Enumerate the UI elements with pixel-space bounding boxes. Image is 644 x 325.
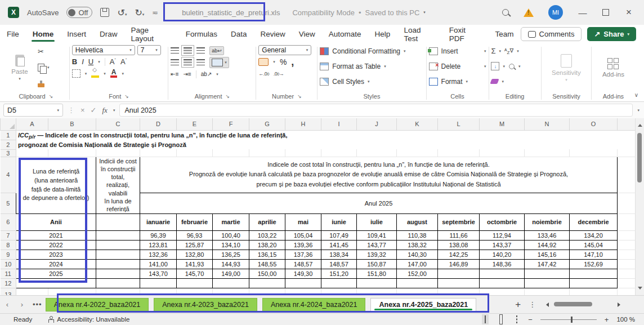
document-title[interactable]: buletin_statistic_de_preturi.xls (173, 5, 289, 21)
expand-formula-bar-icon[interactable]: ▾ (637, 108, 639, 113)
fill-color-icon[interactable] (91, 70, 99, 78)
tab-automate[interactable]: Automate (322, 26, 368, 42)
data-cell[interactable]: 112,94 (480, 230, 525, 240)
month-header[interactable]: decembrie (570, 213, 618, 230)
scroll-down-icon[interactable] (638, 287, 642, 292)
increase-decimal-icon[interactable]: ←.00 (258, 71, 269, 77)
page-break-view-button[interactable] (513, 314, 520, 324)
cell[interactable] (438, 278, 480, 288)
data-cell[interactable]: 96,93 (177, 230, 213, 240)
data-cell[interactable]: 150,87 (357, 259, 397, 269)
data-cell[interactable] (525, 269, 570, 278)
column-header-g[interactable]: G (249, 118, 285, 130)
increase-font-icon[interactable]: Aˆ (110, 57, 116, 66)
data-cell[interactable]: 141,45 (321, 240, 357, 250)
data-cell[interactable]: 105,04 (285, 230, 321, 240)
cell[interactable] (397, 278, 438, 288)
data-cell[interactable]: 148,36 (480, 259, 525, 269)
data-cell[interactable]: 152,00 (397, 269, 438, 278)
cell-styles-button[interactable]: Cell Styles▾ (320, 75, 423, 87)
tab-insert[interactable]: Insert (60, 26, 93, 42)
column-header-j[interactable]: J (357, 118, 397, 130)
select-all-corner[interactable] (1, 118, 16, 130)
row-header-2[interactable]: 2 (1, 140, 16, 149)
redo-button[interactable]: ↻▾ (135, 7, 144, 18)
cell[interactable] (96, 230, 140, 240)
horizontal-scrollbar[interactable] (544, 301, 623, 309)
cell[interactable] (285, 278, 321, 288)
data-cell[interactable]: 138,08 (438, 240, 480, 250)
save-icon[interactable] (100, 8, 109, 17)
row-header-9[interactable]: 9 (1, 250, 16, 259)
insert-cells-button[interactable]: Insert▾ (429, 45, 486, 57)
data-cell[interactable]: 143,77 (357, 240, 397, 250)
percent-style-button[interactable]: % (280, 57, 287, 66)
month-header[interactable]: septembrie (438, 213, 480, 230)
chevron-down-icon[interactable]: ▾ (216, 72, 218, 77)
avatar[interactable]: MI (548, 5, 563, 20)
decrease-font-icon[interactable]: Aˇ (120, 57, 127, 66)
merge-center-button[interactable]: ▾ (209, 57, 229, 68)
tab-formulas[interactable]: Formulas (179, 26, 224, 42)
chevron-down-icon[interactable]: ▾ (517, 49, 519, 54)
month-header[interactable]: februarie (177, 213, 213, 230)
autosum-button[interactable]: Σ (491, 47, 495, 55)
data-cell[interactable]: 147,00 (397, 259, 438, 269)
sheet-tab-2025-active[interactable]: Anexa nr.4-2025_baza2021 (370, 298, 476, 311)
data-cell[interactable]: 148,57 (285, 259, 321, 269)
column-header-o[interactable]: O (570, 118, 618, 130)
column-header-e[interactable]: E (177, 118, 213, 130)
data-cell[interactable]: 143,70 (140, 269, 177, 278)
tab-draw[interactable]: Draw (93, 26, 124, 42)
cell[interactable] (96, 269, 140, 278)
dialog-launcher-icon[interactable]: ↘ (297, 94, 302, 99)
column-header-c[interactable]: C (96, 118, 140, 130)
cancel-icon[interactable]: × (80, 106, 85, 114)
chevron-down-icon[interactable]: ▾ (273, 60, 275, 64)
vertical-scrollbar[interactable] (635, 118, 644, 295)
data-cell[interactable]: 138,34 (321, 250, 357, 259)
data-cell[interactable]: 147,10 (570, 250, 618, 259)
cell[interactable] (321, 278, 357, 288)
chevron-down-icon[interactable]: ▾ (98, 60, 100, 64)
row-header-3[interactable]: 3 (1, 149, 16, 157)
number-format-select[interactable]: General▾ (258, 45, 311, 55)
data-cell[interactable]: 107,49 (321, 230, 357, 240)
chevron-down-icon[interactable]: ▾ (113, 108, 115, 113)
font-name-select[interactable]: Helvetica▾ (72, 45, 135, 55)
customize-qat-button[interactable]: ≂ (152, 8, 158, 17)
sheet-tab-2023[interactable]: Anexa nr.4-2023_baza2021 (154, 298, 257, 311)
data-cell[interactable]: 147,42 (525, 259, 570, 269)
row-header-6[interactable]: 6 (1, 213, 16, 230)
data-cell[interactable]: 145,70 (177, 269, 213, 278)
data-cell[interactable]: 151,80 (357, 269, 397, 278)
column-header-h[interactable]: H (285, 118, 321, 130)
wrap-text-button[interactable]: ab↩ (209, 46, 224, 55)
month-header[interactable]: noiembrie (525, 213, 570, 230)
page-layout-view-button[interactable] (497, 314, 506, 324)
month-header[interactable]: iunie (321, 213, 357, 230)
sort-filter-icon[interactable]: ᴬZ∇ (504, 47, 513, 55)
row-header-4[interactable]: 4 (1, 157, 16, 193)
cell[interactable] (96, 278, 140, 288)
column-header-n[interactable]: N (525, 118, 570, 130)
align-left-icon[interactable] (171, 59, 179, 65)
tab-review[interactable]: Review (254, 26, 292, 42)
format-cells-button[interactable]: Format▾ (429, 75, 486, 87)
enter-icon[interactable]: ✓ (91, 106, 97, 114)
data-cell[interactable]: 151,20 (321, 269, 357, 278)
year-cell[interactable]: 2024 (16, 259, 96, 269)
sheet-nav-left-icon[interactable]: ‹ (0, 300, 15, 309)
format-as-table-button[interactable]: Format as Table▾ (320, 60, 423, 72)
zoom-slider-thumb[interactable] (571, 317, 573, 323)
row-header-7[interactable]: 7 (1, 230, 16, 240)
data-cell[interactable]: 144,93 (213, 259, 249, 269)
cell[interactable] (570, 278, 618, 288)
sheet-list-icon[interactable]: ••• (33, 300, 42, 309)
maximize-button[interactable] (602, 9, 609, 16)
column-header-f[interactable]: F (213, 118, 249, 130)
sheet-title-line1[interactable]: ICCp/r — Indicele de cost în construcții… (16, 130, 636, 140)
align-top-icon[interactable] (171, 47, 179, 54)
data-cell[interactable]: 141,00 (140, 259, 177, 269)
zoom-level[interactable]: 100 % (616, 316, 635, 323)
